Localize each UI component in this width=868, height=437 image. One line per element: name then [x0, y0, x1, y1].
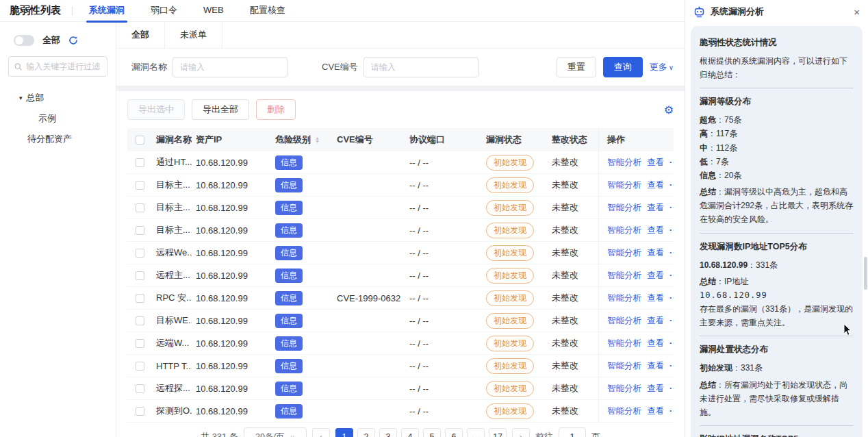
- tab-undispatched[interactable]: 未派单: [165, 22, 222, 48]
- column-settings-gear-icon[interactable]: ⚙: [664, 103, 674, 116]
- vuln-name-cell[interactable]: 远程We...: [152, 247, 192, 259]
- tree-node-hq[interactable]: ▾ 总部: [8, 88, 107, 108]
- row-more-icon[interactable]: ···: [669, 293, 674, 303]
- row-checkbox[interactable]: [136, 226, 144, 235]
- row-more-icon[interactable]: ···: [669, 248, 674, 258]
- table-row[interactable]: 远端W... 10.68.120.99 信息 -- / -- 初始发现 未整改 …: [127, 332, 674, 355]
- view-link[interactable]: 查看: [647, 157, 664, 168]
- view-link[interactable]: 查看: [647, 270, 664, 282]
- row-more-icon[interactable]: ···: [669, 225, 674, 235]
- vuln-name-cell[interactable]: 通过HT...: [152, 156, 192, 168]
- row-checkbox[interactable]: [136, 294, 144, 303]
- smart-analysis-link[interactable]: 智能分析: [607, 383, 641, 395]
- page-button[interactable]: 5: [423, 428, 441, 437]
- prev-page-button[interactable]: ‹: [312, 428, 330, 437]
- row-more-icon[interactable]: ···: [669, 338, 674, 348]
- more-filters-link[interactable]: 更多 ∨: [650, 61, 674, 73]
- select-all-checkbox[interactable]: [136, 136, 144, 145]
- view-link[interactable]: 查看: [647, 202, 664, 214]
- goto-page-input[interactable]: [559, 427, 586, 437]
- row-checkbox[interactable]: [136, 407, 144, 416]
- reset-button[interactable]: 重置: [557, 57, 596, 77]
- page-button[interactable]: 6: [445, 428, 463, 437]
- row-checkbox[interactable]: [136, 271, 144, 280]
- table-row[interactable]: RPC 安... 10.68.120.99 信息 CVE-1999-0632 -…: [127, 287, 674, 310]
- table-row[interactable]: 探测到O... 10.68.120.99 信息 -- / -- 初始发现 未整改…: [127, 400, 674, 423]
- table-row[interactable]: 目标WE... 10.68.120.99 信息 -- / -- 初始发现 未整改…: [127, 310, 674, 332]
- table-row[interactable]: 目标主... 10.68.120.99 信息 -- / -- 初始发现 未整改 …: [127, 174, 674, 197]
- smart-analysis-link[interactable]: 智能分析: [607, 225, 641, 236]
- vuln-name-cell[interactable]: RPC 安...: [152, 292, 192, 304]
- col-level[interactable]: 危险级别 ▲ ▼: [271, 134, 333, 146]
- table-row[interactable]: 远程主... 10.68.120.99 信息 -- / -- 初始发现 未整改 …: [127, 264, 674, 287]
- smart-analysis-link[interactable]: 智能分析: [607, 157, 641, 168]
- view-link[interactable]: 查看: [647, 338, 664, 349]
- tab-web[interactable]: WEB: [196, 0, 231, 21]
- table-row[interactable]: 目标主... 10.68.120.99 信息 -- / -- 初始发现 未整改 …: [127, 197, 674, 219]
- vuln-name-cell[interactable]: 远程主...: [152, 269, 192, 282]
- row-more-icon[interactable]: ···: [669, 316, 674, 325]
- row-more-icon[interactable]: ···: [669, 384, 674, 393]
- row-checkbox[interactable]: [136, 384, 144, 393]
- row-more-icon[interactable]: ···: [669, 180, 674, 190]
- smart-analysis-link[interactable]: 智能分析: [607, 202, 641, 214]
- vuln-name-cell[interactable]: 远端W...: [152, 337, 192, 349]
- row-checkbox[interactable]: [136, 158, 144, 167]
- page-button[interactable]: 17: [489, 428, 507, 437]
- tab-all[interactable]: 全部: [116, 22, 165, 48]
- tab-system-vuln[interactable]: 系统漏洞: [82, 0, 131, 23]
- tree-node-unassigned[interactable]: 待分配资产: [8, 129, 107, 149]
- page-button[interactable]: 1: [335, 428, 353, 437]
- table-row[interactable]: 通过HT... 10.68.120.99 信息 -- / -- 初始发现 未整改…: [127, 151, 674, 174]
- search-input[interactable]: [26, 62, 101, 71]
- smart-analysis-link[interactable]: 智能分析: [607, 405, 641, 417]
- view-link[interactable]: 查看: [647, 315, 664, 327]
- row-more-icon[interactable]: ···: [669, 158, 674, 167]
- vuln-name-cell[interactable]: HTTP T...: [152, 361, 192, 371]
- smart-analysis-link[interactable]: 智能分析: [607, 338, 641, 349]
- tab-weak-password[interactable]: 弱口令: [144, 0, 184, 23]
- all-toggle-switch[interactable]: [14, 35, 34, 46]
- page-button[interactable]: 3: [379, 428, 397, 437]
- view-link[interactable]: 查看: [647, 383, 664, 395]
- view-link[interactable]: 查看: [647, 247, 664, 259]
- vuln-name-cell[interactable]: 目标主...: [152, 201, 192, 214]
- next-page-button[interactable]: ›: [512, 428, 530, 437]
- row-checkbox[interactable]: [136, 362, 144, 371]
- cve-input[interactable]: [363, 57, 478, 77]
- vuln-name-cell[interactable]: 探测到O...: [152, 405, 192, 417]
- export-selected-button[interactable]: 导出选中: [127, 99, 185, 120]
- panel-scrollbar[interactable]: [864, 257, 867, 290]
- view-link[interactable]: 查看: [647, 405, 664, 417]
- table-row[interactable]: 远程We... 10.68.120.99 信息 -- / -- 初始发现 未整改…: [127, 242, 674, 264]
- page-button[interactable]: 4: [401, 428, 419, 437]
- page-button[interactable]: 2: [357, 428, 375, 437]
- vuln-name-input[interactable]: [173, 57, 288, 77]
- tree-node-example[interactable]: 示例: [8, 108, 107, 129]
- refresh-icon[interactable]: [68, 36, 78, 45]
- row-more-icon[interactable]: ···: [669, 361, 674, 371]
- row-checkbox[interactable]: [136, 249, 144, 258]
- sort-icon[interactable]: ▲ ▼: [315, 136, 320, 143]
- view-link[interactable]: 查看: [647, 179, 664, 191]
- vuln-name-cell[interactable]: 目标主...: [152, 179, 192, 191]
- row-more-icon[interactable]: ···: [669, 203, 674, 212]
- smart-analysis-link[interactable]: 智能分析: [607, 179, 641, 191]
- view-link[interactable]: 查看: [647, 225, 664, 236]
- row-checkbox[interactable]: [136, 316, 144, 325]
- query-button[interactable]: 查询: [603, 57, 643, 77]
- table-row[interactable]: 目标主... 10.68.120.99 信息 -- / -- 初始发现 未整改 …: [127, 219, 674, 242]
- row-checkbox[interactable]: [136, 181, 144, 190]
- table-row[interactable]: 远程探... 10.68.120.99 信息 -- / -- 初始发现 未整改 …: [127, 377, 674, 400]
- smart-analysis-link[interactable]: 智能分析: [607, 247, 641, 259]
- smart-analysis-link[interactable]: 智能分析: [607, 360, 641, 372]
- table-row[interactable]: HTTP T... 10.68.120.99 信息 -- / -- 初始发现 未…: [127, 355, 674, 377]
- smart-analysis-link[interactable]: 智能分析: [607, 292, 641, 304]
- close-icon[interactable]: ×: [854, 7, 860, 17]
- vuln-name-cell[interactable]: 目标主...: [152, 224, 192, 236]
- view-link[interactable]: 查看: [647, 292, 664, 304]
- export-all-button[interactable]: 导出全部: [192, 99, 249, 120]
- row-checkbox[interactable]: [136, 339, 144, 348]
- row-checkbox[interactable]: [136, 203, 144, 212]
- smart-analysis-link[interactable]: 智能分析: [607, 315, 641, 327]
